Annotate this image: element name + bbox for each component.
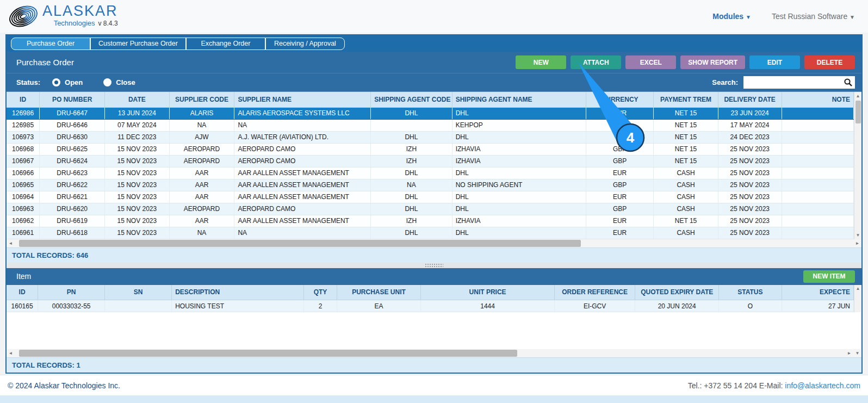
page-footer: © 2024 Alaskar Technologies Inc. Tel.: +… [0, 375, 868, 395]
main-panel: Purchase Order Customer Purchase Order E… [5, 34, 863, 374]
item-hscroll-thumb[interactable] [19, 350, 517, 357]
status-radio-open[interactable]: Open [52, 78, 83, 86]
table-row[interactable]: 106966DRU-662315 NOV 2023AARAAR AALLEN A… [7, 167, 854, 179]
section-splitter[interactable] [7, 263, 861, 268]
column-header[interactable]: PO NUMBER [40, 92, 105, 107]
table-row[interactable]: 106961DRU-661815 NOV 2023NANADHLDHLEURCA… [7, 227, 854, 239]
scroll-up-icon[interactable]: ▲ [854, 285, 862, 293]
table-cell: AEROPARD [169, 203, 234, 215]
show-report-button[interactable]: SHOW REPORT [680, 55, 745, 69]
scroll-down-icon[interactable]: ▼ [853, 349, 861, 357]
table-cell: DHL [371, 107, 452, 119]
table-cell: 15 NOV 2023 [105, 179, 169, 191]
column-header[interactable]: EXPECTE [782, 285, 853, 300]
column-header[interactable]: NOTE [782, 92, 853, 107]
excel-button[interactable]: EXCEL [625, 55, 676, 69]
item-vertical-scrollbar[interactable]: ▲ [854, 285, 861, 313]
table-cell: IZHAVIA [452, 215, 586, 227]
delete-button[interactable]: DELETE [804, 55, 855, 69]
search-icon[interactable] [844, 78, 853, 87]
module-tabbar: Purchase Order Customer Purchase Order E… [7, 35, 861, 52]
tab-customer-purchase-order[interactable]: Customer Purchase Order [90, 38, 186, 50]
column-header[interactable]: DESCRIPTION [172, 285, 304, 300]
po-vertical-scrollbar[interactable]: ▲ ▼ [854, 92, 861, 239]
column-header[interactable]: SN [105, 285, 172, 300]
table-cell: 106964 [7, 191, 40, 203]
table-cell: DHL [452, 107, 586, 119]
table-row[interactable]: 126985DRU-664607 MAY 2024NANAKEHPOPNET 1… [7, 119, 854, 131]
scroll-down-icon[interactable]: ▼ [854, 232, 862, 239]
column-header[interactable]: SUPPLIER NAME [234, 92, 371, 107]
tab-receiving-approval[interactable]: Receiving / Approval [265, 38, 345, 50]
po-total-records: TOTAL RECORDS: 646 [7, 247, 861, 263]
table-row[interactable]: 106973DRU-663011 DEC 2023AJWA.J. WALTER … [7, 131, 854, 143]
column-header[interactable]: DATE [105, 92, 169, 107]
search-input[interactable] [743, 76, 844, 89]
po-horizontal-scrollbar[interactable]: ◄ ► [7, 239, 861, 247]
table-row[interactable]: 106964DRU-662115 NOV 2023AARAAR AALLEN A… [7, 191, 854, 203]
column-header[interactable]: PAYMENT TREM [654, 92, 718, 107]
table-cell [782, 119, 853, 131]
email-link[interactable]: info@alaskartech.com [785, 381, 860, 390]
table-cell: AEROPARD CAMO [234, 155, 371, 167]
table-cell: 106962 [7, 215, 40, 227]
table-cell [782, 107, 853, 119]
table-cell: DHL [452, 131, 586, 143]
radio-open-icon[interactable] [52, 78, 60, 86]
column-header[interactable]: CURRENCY [586, 92, 654, 107]
user-menu[interactable]: Test Russian Software ▼ [772, 12, 855, 21]
table-row[interactable]: 16016500033032-55HOUSING TEST2EA1444EI-G… [7, 300, 854, 312]
column-header[interactable]: QUOTED EXPIRY DATE [635, 285, 719, 300]
attach-button[interactable]: ATTACH [571, 55, 621, 69]
edit-button[interactable]: EDIT [749, 55, 800, 69]
table-row[interactable]: 106962DRU-661915 NOV 2023AARAAR AALLEN A… [7, 215, 854, 227]
radio-close-icon[interactable] [103, 78, 111, 86]
table-cell: EUR [586, 215, 654, 227]
table-cell: CASH [654, 167, 718, 179]
scroll-right-icon[interactable]: ► [845, 349, 853, 357]
item-horizontal-scrollbar[interactable]: ◄ ► ▼ [7, 349, 861, 357]
table-row[interactable]: 106967DRU-662415 NOV 2023AEROPARDAEROPAR… [7, 155, 854, 167]
column-header[interactable]: UNIT PRICE [421, 285, 555, 300]
column-header[interactable]: PN [38, 285, 105, 300]
table-cell: 15 NOV 2023 [105, 167, 169, 179]
table-cell: CASH [654, 191, 718, 203]
column-header[interactable]: SUPPLIER CODE [169, 92, 234, 107]
scroll-up-icon[interactable]: ▲ [854, 92, 862, 100]
status-radio-close[interactable]: Close [103, 78, 135, 86]
scroll-right-icon[interactable]: ► [853, 239, 861, 247]
column-header[interactable]: ID [7, 285, 38, 300]
table-row[interactable]: 106968DRU-662515 NOV 2023AEROPARDAEROPAR… [7, 143, 854, 155]
column-header[interactable]: ORDER REFERENCE [555, 285, 635, 300]
po-vscroll-thumb[interactable] [855, 101, 861, 123]
table-cell: AAR [169, 215, 234, 227]
column-header[interactable]: PURCHASE UNIT [337, 285, 420, 300]
table-row[interactable]: 106965DRU-662215 NOV 2023AARAAR AALLEN A… [7, 179, 854, 191]
column-header[interactable]: QTY [304, 285, 337, 300]
tab-purchase-order[interactable]: Purchase Order [11, 38, 90, 50]
column-header[interactable]: STATUS [719, 285, 782, 300]
table-cell: HOUSING TEST [172, 300, 304, 312]
column-header[interactable]: SHIPPING AGENT CODE [371, 92, 452, 107]
column-header[interactable]: ID [7, 92, 40, 107]
table-cell: DRU-6620 [40, 203, 105, 215]
scroll-left-icon[interactable]: ◄ [7, 239, 15, 247]
table-cell: 23 JUN 2024 [718, 107, 782, 119]
table-cell: NET 15 [654, 215, 718, 227]
po-hscroll-thumb[interactable] [19, 240, 581, 247]
table-row[interactable]: 126986DRU-664713 JUN 2024ALARISALARIS AE… [7, 107, 854, 119]
table-cell: EUR [586, 167, 654, 179]
column-header[interactable]: DELIVERY DATE [718, 92, 782, 107]
new-button[interactable]: NEW [516, 55, 566, 69]
table-cell: GBP [586, 203, 654, 215]
new-item-button[interactable]: NEW ITEM [803, 270, 855, 283]
tab-exchange-order[interactable]: Exchange Order [186, 38, 265, 50]
table-row[interactable]: 106963DRU-662015 NOV 2023AEROPARDAEROPAR… [7, 203, 854, 215]
table-cell: 106966 [7, 167, 40, 179]
column-header[interactable]: SHIPPING AGENT NAME [452, 92, 586, 107]
table-cell: AEROPARD [169, 155, 234, 167]
table-cell: ALARIS AEROSPACE SYSTEMS LLC [234, 107, 371, 119]
table-cell: EI-GCV [555, 300, 635, 312]
scroll-left-icon[interactable]: ◄ [7, 349, 15, 357]
modules-menu[interactable]: Modules ▼ [712, 12, 751, 21]
